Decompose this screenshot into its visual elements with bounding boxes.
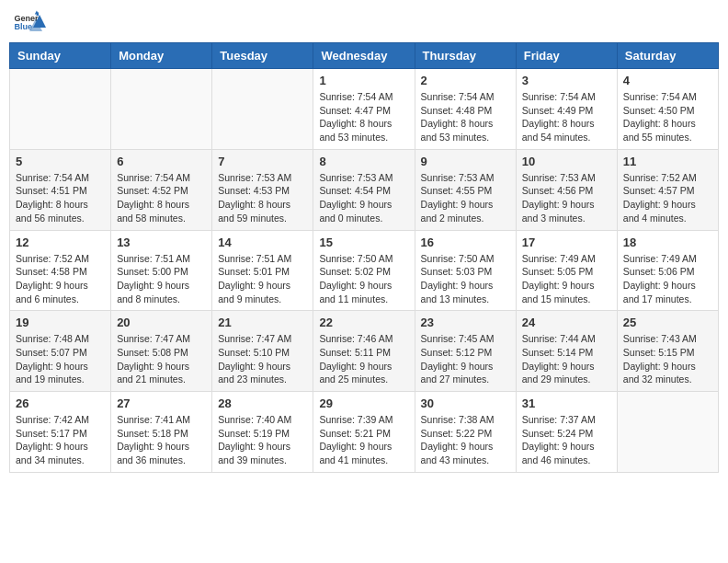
calendar-cell: 22Sunrise: 7:46 AM Sunset: 5:11 PM Dayli… [313,311,415,392]
calendar-cell: 26Sunrise: 7:42 AM Sunset: 5:17 PM Dayli… [10,392,111,473]
calendar-cell [111,69,212,150]
day-number: 25 [623,316,712,329]
calendar-cell: 24Sunrise: 7:44 AM Sunset: 5:14 PM Dayli… [516,311,617,392]
day-number: 22 [319,316,408,329]
day-info: Sunrise: 7:47 AM Sunset: 5:10 PM Dayligh… [218,332,307,386]
day-info: Sunrise: 7:53 AM Sunset: 4:54 PM Dayligh… [319,171,408,225]
day-number: 2 [421,74,510,87]
weekday-header-thursday: Thursday [415,43,516,69]
weekday-header-friday: Friday [516,43,617,69]
calendar-cell [617,392,718,473]
calendar-week-3: 12Sunrise: 7:52 AM Sunset: 4:58 PM Dayli… [10,230,719,311]
day-number: 9 [421,155,510,168]
calendar-cell: 4Sunrise: 7:54 AM Sunset: 4:50 PM Daylig… [617,69,718,150]
day-info: Sunrise: 7:54 AM Sunset: 4:51 PM Dayligh… [16,171,105,225]
calendar-cell: 31Sunrise: 7:37 AM Sunset: 5:24 PM Dayli… [516,392,617,473]
day-info: Sunrise: 7:54 AM Sunset: 4:49 PM Dayligh… [522,90,611,144]
day-info: Sunrise: 7:54 AM Sunset: 4:50 PM Dayligh… [623,90,712,144]
calendar-cell: 23Sunrise: 7:45 AM Sunset: 5:12 PM Dayli… [415,311,516,392]
calendar-cell: 25Sunrise: 7:43 AM Sunset: 5:15 PM Dayli… [617,311,718,392]
day-info: Sunrise: 7:44 AM Sunset: 5:14 PM Dayligh… [522,332,611,386]
day-number: 31 [522,396,611,410]
calendar-cell: 13Sunrise: 7:51 AM Sunset: 5:00 PM Dayli… [111,230,212,311]
day-number: 17 [522,236,611,249]
day-info: Sunrise: 7:40 AM Sunset: 5:19 PM Dayligh… [218,413,307,467]
weekday-header-sunday: Sunday [10,43,111,69]
calendar-cell: 16Sunrise: 7:50 AM Sunset: 5:03 PM Dayli… [415,230,516,311]
calendar-cell: 14Sunrise: 7:51 AM Sunset: 5:01 PM Dayli… [212,230,313,311]
day-number: 16 [421,236,510,249]
day-info: Sunrise: 7:52 AM Sunset: 4:57 PM Dayligh… [623,171,712,225]
calendar-header-row: SundayMondayTuesdayWednesdayThursdayFrid… [10,43,719,69]
calendar-cell: 7Sunrise: 7:53 AM Sunset: 4:53 PM Daylig… [212,149,313,230]
day-number: 11 [623,155,712,168]
day-info: Sunrise: 7:45 AM Sunset: 5:12 PM Dayligh… [421,332,510,386]
day-number: 14 [218,236,307,249]
weekday-header-monday: Monday [111,43,212,69]
day-info: Sunrise: 7:42 AM Sunset: 5:17 PM Dayligh… [16,413,105,467]
day-info: Sunrise: 7:53 AM Sunset: 4:53 PM Dayligh… [218,171,307,225]
calendar-cell: 15Sunrise: 7:50 AM Sunset: 5:02 PM Dayli… [313,230,415,311]
day-number: 1 [319,74,408,87]
day-info: Sunrise: 7:38 AM Sunset: 5:22 PM Dayligh… [421,413,510,467]
logo: General Blue [13,9,50,35]
day-info: Sunrise: 7:47 AM Sunset: 5:08 PM Dayligh… [117,332,206,386]
calendar-week-5: 26Sunrise: 7:42 AM Sunset: 5:17 PM Dayli… [10,392,719,473]
day-info: Sunrise: 7:50 AM Sunset: 5:03 PM Dayligh… [421,252,510,306]
calendar-cell: 17Sunrise: 7:49 AM Sunset: 5:05 PM Dayli… [516,230,617,311]
day-number: 5 [16,155,105,168]
day-number: 30 [421,396,510,410]
day-info: Sunrise: 7:46 AM Sunset: 5:11 PM Dayligh… [319,332,408,386]
day-number: 12 [16,236,105,249]
day-number: 24 [522,316,611,329]
day-number: 19 [16,316,105,329]
day-info: Sunrise: 7:54 AM Sunset: 4:47 PM Dayligh… [319,90,408,144]
day-info: Sunrise: 7:43 AM Sunset: 5:15 PM Dayligh… [623,332,712,386]
day-info: Sunrise: 7:37 AM Sunset: 5:24 PM Dayligh… [522,413,611,467]
calendar-cell: 28Sunrise: 7:40 AM Sunset: 5:19 PM Dayli… [212,392,313,473]
calendar-cell: 29Sunrise: 7:39 AM Sunset: 5:21 PM Dayli… [313,392,415,473]
logo-triangle-icon [29,11,50,31]
day-number: 20 [117,316,206,329]
day-number: 26 [16,396,105,410]
weekday-header-saturday: Saturday [617,43,718,69]
calendar-cell: 19Sunrise: 7:48 AM Sunset: 5:07 PM Dayli… [10,311,111,392]
page-header: General Blue [9,9,719,35]
calendar-week-4: 19Sunrise: 7:48 AM Sunset: 5:07 PM Dayli… [10,311,719,392]
day-number: 8 [319,155,408,168]
calendar-cell: 2Sunrise: 7:54 AM Sunset: 4:48 PM Daylig… [415,69,516,150]
day-info: Sunrise: 7:39 AM Sunset: 5:21 PM Dayligh… [319,413,408,467]
day-info: Sunrise: 7:53 AM Sunset: 4:55 PM Dayligh… [421,171,510,225]
day-info: Sunrise: 7:48 AM Sunset: 5:07 PM Dayligh… [16,332,105,386]
calendar-cell: 5Sunrise: 7:54 AM Sunset: 4:51 PM Daylig… [10,149,111,230]
day-info: Sunrise: 7:53 AM Sunset: 4:56 PM Dayligh… [522,171,611,225]
day-info: Sunrise: 7:51 AM Sunset: 5:01 PM Dayligh… [218,252,307,306]
calendar-cell: 20Sunrise: 7:47 AM Sunset: 5:08 PM Dayli… [111,311,212,392]
day-number: 10 [522,155,611,168]
day-number: 23 [421,316,510,329]
weekday-header-tuesday: Tuesday [212,43,313,69]
calendar-table: SundayMondayTuesdayWednesdayThursdayFrid… [9,42,719,473]
day-info: Sunrise: 7:51 AM Sunset: 5:00 PM Dayligh… [117,252,206,306]
day-number: 6 [117,155,206,168]
calendar-cell: 12Sunrise: 7:52 AM Sunset: 4:58 PM Dayli… [10,230,111,311]
day-number: 3 [522,74,611,87]
calendar-cell: 10Sunrise: 7:53 AM Sunset: 4:56 PM Dayli… [516,149,617,230]
day-number: 7 [218,155,307,168]
calendar-week-1: 1Sunrise: 7:54 AM Sunset: 4:47 PM Daylig… [10,69,719,150]
day-info: Sunrise: 7:50 AM Sunset: 5:02 PM Dayligh… [319,252,408,306]
calendar-cell: 11Sunrise: 7:52 AM Sunset: 4:57 PM Dayli… [617,149,718,230]
calendar-cell: 18Sunrise: 7:49 AM Sunset: 5:06 PM Dayli… [617,230,718,311]
day-number: 29 [319,396,408,410]
day-info: Sunrise: 7:49 AM Sunset: 5:06 PM Dayligh… [623,252,712,306]
day-info: Sunrise: 7:52 AM Sunset: 4:58 PM Dayligh… [16,252,105,306]
calendar-cell: 21Sunrise: 7:47 AM Sunset: 5:10 PM Dayli… [212,311,313,392]
calendar-week-2: 5Sunrise: 7:54 AM Sunset: 4:51 PM Daylig… [10,149,719,230]
day-info: Sunrise: 7:54 AM Sunset: 4:52 PM Dayligh… [117,171,206,225]
day-info: Sunrise: 7:49 AM Sunset: 5:05 PM Dayligh… [522,252,611,306]
day-number: 21 [218,316,307,329]
day-number: 15 [319,236,408,249]
day-info: Sunrise: 7:41 AM Sunset: 5:18 PM Dayligh… [117,413,206,467]
calendar-cell: 9Sunrise: 7:53 AM Sunset: 4:55 PM Daylig… [415,149,516,230]
calendar-cell: 6Sunrise: 7:54 AM Sunset: 4:52 PM Daylig… [111,149,212,230]
